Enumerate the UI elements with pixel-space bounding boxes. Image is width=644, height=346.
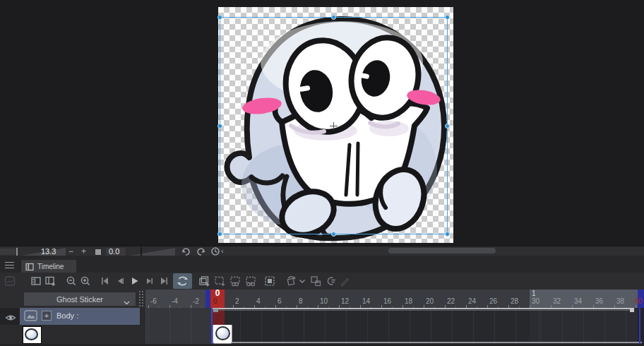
selection-handle-top-center[interactable] xyxy=(331,15,336,20)
new-timeline-icon[interactable] xyxy=(44,275,56,287)
panel-menu-icon[interactable] xyxy=(5,262,14,268)
cel-frame0-thumbnail[interactable] xyxy=(213,325,232,344)
timeline-toolbar xyxy=(0,273,644,290)
playback-end-line xyxy=(639,325,640,344)
layer-row-body[interactable]: + Body : xyxy=(0,308,644,325)
ghost-ball-thumbnail xyxy=(215,326,230,340)
enable-cel-icon[interactable] xyxy=(229,275,242,287)
thumbnail-row-panel-bg xyxy=(0,325,145,344)
new-animation-cel-icon[interactable] xyxy=(198,275,210,287)
ruler-label-24: 24 xyxy=(468,298,476,305)
disable-cel-icon[interactable] xyxy=(244,275,257,287)
layer-name-cell[interactable]: + Body : xyxy=(20,308,140,325)
timeline-zoom-in-icon[interactable] xyxy=(79,275,92,287)
track-selector-value: Ghost Sticker xyxy=(56,295,103,304)
timeline-zoom-out-icon[interactable] xyxy=(65,275,78,287)
cel-transform-icon[interactable] xyxy=(285,275,297,287)
canvas-horizontal-scrollbar[interactable] xyxy=(388,248,496,253)
layer-image-icon xyxy=(24,310,37,325)
selection-handle-bottom-center[interactable] xyxy=(331,232,336,237)
ruler-label-36: 36 xyxy=(595,298,603,305)
lightbox-icon[interactable] xyxy=(324,275,337,287)
timeline-list-icon[interactable] xyxy=(30,275,42,287)
track-selector-dropdown[interactable]: Ghost Sticker xyxy=(23,292,136,306)
cel-end-handle[interactable] xyxy=(630,308,634,312)
rotate-slider[interactable] xyxy=(129,248,175,256)
ruler-label-8: 8 xyxy=(299,298,303,305)
layer-name-label: Body : xyxy=(56,312,78,320)
selection-handle-top-right[interactable] xyxy=(445,15,450,20)
selection-handle-bottom-left[interactable] xyxy=(217,232,222,237)
frame-0-ruler-label: 0 xyxy=(213,298,217,305)
layer-gutter xyxy=(0,308,20,325)
ruler-label-26: 26 xyxy=(489,298,497,305)
ruler-label-32: 32 xyxy=(553,298,561,305)
new-animation-folder-icon[interactable] xyxy=(213,275,226,287)
first-frame-icon[interactable] xyxy=(99,275,112,287)
next-frame-icon[interactable] xyxy=(143,275,156,287)
second-label: 1 xyxy=(532,290,536,297)
playhead-marker[interactable]: 0 0 xyxy=(210,290,225,308)
loop-play-button[interactable] xyxy=(173,273,192,289)
track-second1-region xyxy=(530,325,638,344)
edit-disabled-icon[interactable] xyxy=(338,275,351,287)
playback-start-marker[interactable] xyxy=(205,290,210,308)
track-second0-region xyxy=(212,325,530,344)
onion-skin-icon[interactable] xyxy=(263,275,276,287)
play-icon[interactable] xyxy=(128,275,141,287)
clip-studio-animation-window: 13.3 − + 0.0 ‹ Timeline xyxy=(0,0,644,346)
playhead-line[interactable] xyxy=(211,308,213,325)
ruler-label-38: 38 xyxy=(616,298,624,305)
tab-timeline[interactable]: Timeline xyxy=(21,260,76,273)
timeline-tab-icon xyxy=(25,263,34,271)
layer-expand-button[interactable]: + xyxy=(42,311,52,321)
selection-handle-top-left[interactable] xyxy=(217,15,222,20)
ruler-label--4: -4 xyxy=(172,298,178,305)
left-slider-stub[interactable] xyxy=(0,249,16,255)
track-negative-region xyxy=(145,308,212,325)
graph-editor-icon[interactable] xyxy=(4,275,16,287)
ruler-label-34: 34 xyxy=(574,298,582,305)
selection-handle-middle-left[interactable] xyxy=(217,124,222,129)
delete-cel-icon[interactable] xyxy=(309,275,322,287)
current-frame-value: 0 xyxy=(210,290,225,297)
canvas-transparency-checkerboard[interactable] xyxy=(218,7,453,243)
ruler-label--6: -6 xyxy=(150,298,157,305)
zoom-out-button[interactable]: − xyxy=(68,248,73,255)
previous-frame-icon[interactable] xyxy=(114,275,126,287)
ruler-label-14: 14 xyxy=(362,298,370,305)
layer-thumbnail-row xyxy=(0,325,644,344)
layer-track-name-strip[interactable] xyxy=(145,308,644,325)
cel-track[interactable] xyxy=(145,325,644,344)
ruler-label-4: 4 xyxy=(256,298,261,305)
panel-splitter-handle[interactable] xyxy=(139,291,143,306)
ruler-label-18: 18 xyxy=(405,298,412,305)
actual-size-icon[interactable] xyxy=(95,249,101,255)
cel-duration-underline xyxy=(212,310,634,311)
zoom-value: 13.3 xyxy=(41,248,56,256)
cel-duration-line[interactable] xyxy=(212,308,634,309)
zoom-in-button[interactable]: + xyxy=(81,248,86,255)
last-frame-icon[interactable] xyxy=(157,275,170,287)
rotate-value-box: 0.0 xyxy=(106,248,126,256)
timeline-panel: Timeline xyxy=(0,256,644,346)
ruler-label-20: 20 xyxy=(426,298,434,305)
track-negative-region xyxy=(145,325,212,344)
layer-visibility-eye-icon[interactable] xyxy=(5,312,16,325)
ruler-label-22: 22 xyxy=(447,298,455,305)
chevron-down-icon xyxy=(124,298,130,306)
collapse-chevron-icon[interactable]: ‹ xyxy=(221,247,224,254)
layer-thumbnail[interactable] xyxy=(23,326,42,344)
end-frame-label: 40 xyxy=(634,298,642,305)
selection-handle-middle-right[interactable] xyxy=(445,124,450,129)
cel-start-keyframe[interactable] xyxy=(213,309,218,312)
cel-bottom-line xyxy=(212,342,642,343)
selection-handle-bottom-right[interactable] xyxy=(445,232,450,237)
ruler-label-28: 28 xyxy=(511,298,518,305)
timeline-tab-label: Timeline xyxy=(37,263,64,270)
frame-ruler[interactable]: 1 0 0 40 -6-4-22468101214161820222426283… xyxy=(145,290,644,308)
left-slider-handle[interactable] xyxy=(16,248,18,256)
ruler-label--2: -2 xyxy=(193,298,199,305)
canvas-viewport[interactable] xyxy=(0,0,644,246)
ruler-label-10: 10 xyxy=(320,298,328,305)
